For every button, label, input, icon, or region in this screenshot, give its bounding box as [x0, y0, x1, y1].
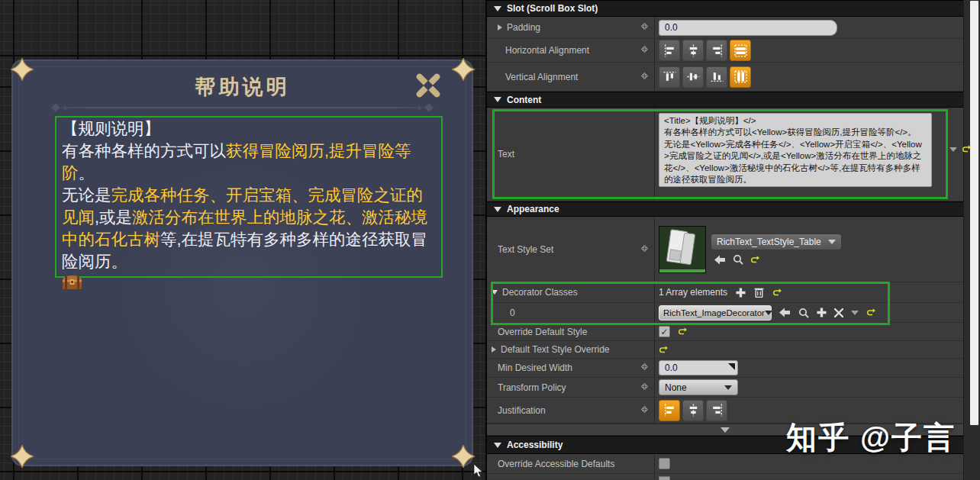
reset-to-default-icon[interactable] — [678, 327, 687, 336]
justify-left-button[interactable] — [659, 400, 680, 421]
use-selected-asset-icon[interactable] — [714, 255, 726, 265]
designer-canvas[interactable]: 帮助说明 【规则说明】 有各种各样的方式可以获得冒险阅历,提升冒险等阶。 无论是… — [0, 0, 487, 480]
text-style-set-dropdown[interactable]: RichText_TextStyle_Table — [711, 234, 842, 250]
details-scrollbar-thumb[interactable] — [970, 1, 978, 425]
property-bind-icon[interactable] — [640, 381, 650, 395]
add-element-icon[interactable] — [736, 288, 746, 298]
halign-right-button[interactable] — [706, 40, 727, 61]
treasure-chest-icon — [62, 274, 82, 290]
halign-fill-button[interactable] — [730, 40, 751, 61]
reset-to-default-icon[interactable] — [772, 288, 782, 297]
expander-icon[interactable] — [492, 290, 498, 295]
mouse-cursor-icon — [473, 464, 484, 478]
reset-to-default-icon[interactable] — [962, 145, 971, 153]
divider-diamond — [63, 105, 68, 111]
title-divider — [44, 107, 441, 108]
row-partial — [487, 474, 963, 479]
reset-to-default-icon[interactable] — [659, 346, 668, 354]
category-collapse-icon[interactable] — [494, 207, 501, 212]
expander-icon[interactable] — [498, 24, 502, 31]
corner-ornament — [452, 58, 475, 81]
halign-center-button[interactable] — [682, 40, 704, 61]
justify-center-button[interactable] — [682, 400, 704, 421]
halign-left-button[interactable] — [659, 40, 680, 61]
chevron-down-icon — [765, 311, 772, 315]
category-collapse-icon[interactable] — [494, 6, 501, 11]
text-style-set-label: Text Style Set — [498, 244, 553, 255]
row-transform-policy: Transform Policy None — [487, 378, 963, 398]
delete-icon[interactable] — [754, 287, 764, 298]
decorator-class-dropdown[interactable]: RichText_ImageDecorator — [659, 305, 772, 321]
vertical-alignment-label: Vertical Alignment — [505, 72, 578, 82]
clear-icon[interactable] — [834, 308, 843, 317]
text-label: Text — [498, 149, 514, 159]
property-bind-icon[interactable] — [640, 361, 650, 375]
valign-fill-button[interactable] — [730, 66, 751, 88]
min-desired-width-label: Min Desired Width — [498, 362, 572, 373]
details-scrollbar-track[interactable] — [963, 0, 980, 480]
padding-input[interactable]: 0.0 — [659, 20, 837, 36]
expander-icon[interactable] — [492, 346, 496, 353]
row-horizontal-alignment: Horizontal Alignment — [487, 39, 963, 63]
row-vertical-alignment: Vertical Alignment — [487, 63, 963, 92]
chevron-down-icon — [828, 240, 836, 244]
add-element-icon[interactable] — [817, 308, 827, 317]
property-bind-icon[interactable] — [640, 404, 650, 417]
padding-label: Padding — [507, 22, 540, 33]
row-default-text-style-override: Default Text Style Override — [487, 341, 963, 359]
array-elements-count: 1 Array elements — [659, 287, 727, 298]
category-collapse-icon[interactable] — [494, 443, 501, 448]
divider-diamond — [417, 105, 422, 111]
transform-policy-dropdown[interactable]: None — [659, 379, 738, 395]
property-bind-icon[interactable] — [640, 70, 650, 84]
browse-search-icon[interactable] — [733, 254, 743, 265]
row-decorator-classes: Decorator Classes 1 Array elements — [487, 282, 963, 303]
chevron-down-icon — [724, 385, 732, 390]
reset-to-default-icon[interactable] — [866, 308, 875, 317]
min-desired-width-input[interactable]: 0.0 — [659, 360, 738, 375]
divider-diamond — [424, 103, 433, 111]
property-bind-icon[interactable] — [640, 21, 650, 34]
justification-label: Justification — [498, 405, 546, 416]
property-bind-icon[interactable] — [640, 43, 650, 57]
property-bind-icon[interactable] — [640, 243, 650, 256]
advanced-expander-chevron-icon — [720, 427, 730, 433]
chevron-down-icon[interactable] — [851, 311, 859, 315]
justify-right-button[interactable] — [706, 400, 727, 421]
default-text-style-override-label: Default Text Style Override — [501, 344, 610, 355]
category-slot[interactable]: Slot (Scroll Box Slot) — [487, 0, 963, 17]
close-icon[interactable] — [415, 72, 441, 98]
override-default-style-checkbox[interactable]: ✓ — [659, 326, 670, 337]
text-value-textarea[interactable]: <Title>【规则说明】</> 有各种各样的方式可以<Yellow>获得冒险阅… — [659, 113, 932, 187]
valign-center-button[interactable] — [682, 66, 704, 88]
divider-diamond — [51, 103, 60, 111]
override-default-style-label: Override Default Style — [498, 327, 587, 337]
help-dialog-panel[interactable]: 帮助说明 【规则说明】 有各种各样的方式可以获得冒险阅历,提升冒险等阶。 无论是… — [11, 60, 473, 466]
watermark: 知乎 @子言 — [786, 417, 956, 459]
checkbox[interactable] — [659, 476, 670, 480]
valign-bottom-button[interactable] — [706, 66, 727, 88]
category-appearance[interactable]: Appearance — [487, 201, 963, 217]
row-override-default-style: Override Default Style ✓ — [487, 323, 963, 341]
row-text-style-set: Text Style Set — [487, 217, 963, 282]
valign-top-button[interactable] — [659, 66, 680, 88]
row-decorator-item-0: 0 RichText_ImageDecorator — [487, 303, 963, 323]
override-accessible-defaults-label: Override Accessible Defaults — [498, 459, 614, 469]
asset-thumbnail[interactable] — [659, 226, 706, 273]
chevron-down-icon[interactable] — [949, 147, 957, 152]
override-accessible-defaults-checkbox[interactable] — [659, 458, 670, 469]
category-collapse-icon[interactable] — [494, 97, 501, 102]
row-min-desired-width: Min Desired Width 0.0 — [487, 359, 963, 378]
row-padding: Padding 0.0 — [487, 17, 963, 39]
use-selected-asset-icon[interactable] — [779, 308, 791, 317]
array-index-label: 0 — [510, 308, 515, 318]
corner-ornament — [11, 445, 34, 468]
details-panel: Slot (Scroll Box Slot) Padding 0.0 Horiz… — [487, 0, 980, 480]
category-content[interactable]: Content — [487, 92, 963, 108]
reset-to-default-icon[interactable] — [750, 256, 759, 264]
browse-search-icon[interactable] — [798, 308, 809, 318]
asset-color-bar — [659, 269, 705, 272]
rich-text-block[interactable]: 【规则说明】 有各种各样的方式可以获得冒险阅历,提升冒险等阶。 无论是完成各种任… — [55, 116, 443, 278]
row-text: Text <Title>【规则说明】</> 有各种各样的方式可以<Yellow>… — [487, 108, 963, 201]
value-slider-icon[interactable] — [728, 363, 735, 370]
